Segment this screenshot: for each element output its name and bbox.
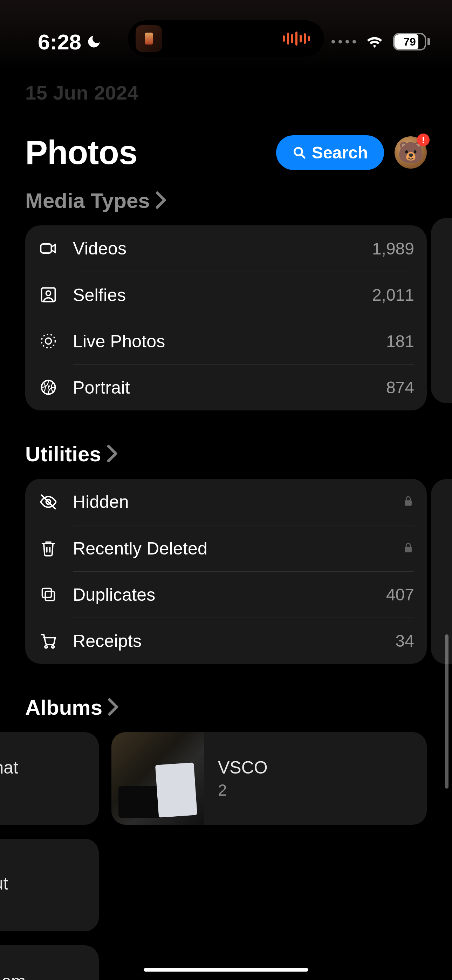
svg-rect-2 xyxy=(41,244,51,253)
row-selfies[interactable]: Selfies 2,011 xyxy=(38,272,414,318)
duplicate-icon xyxy=(38,585,59,604)
section-header-utilities[interactable]: Utilities xyxy=(0,442,452,479)
row-label: Receipts xyxy=(73,631,142,651)
row-count: 1,989 xyxy=(372,239,414,258)
svg-rect-11 xyxy=(405,500,412,506)
focus-moon-icon xyxy=(86,34,102,49)
lock-icon xyxy=(402,494,414,510)
row-label: Duplicates xyxy=(73,585,155,605)
trash-icon xyxy=(38,539,59,557)
utilities-next-card-peek[interactable] xyxy=(431,479,452,664)
search-button-label: Search xyxy=(312,143,368,162)
profile-avatar[interactable]: 🐻 ! xyxy=(395,136,427,169)
row-label: Hidden xyxy=(73,492,129,512)
row-portrait[interactable]: f Portrait 874 xyxy=(38,364,414,410)
audio-waveform-icon xyxy=(283,32,310,46)
section-title: Media Types xyxy=(25,189,150,213)
row-count: 407 xyxy=(386,585,414,604)
battery-indicator: 79 xyxy=(393,33,430,51)
svg-rect-13 xyxy=(45,591,54,600)
row-duplicates[interactable]: Duplicates 407 xyxy=(38,571,414,617)
svg-rect-12 xyxy=(405,547,412,552)
dynamic-island-now-playing[interactable] xyxy=(128,20,324,57)
row-count: 181 xyxy=(386,332,414,351)
page-title: Photos xyxy=(25,133,137,172)
section-header-albums[interactable]: Albums xyxy=(0,695,452,732)
album-item[interactable]: apCut xyxy=(0,839,99,931)
svg-rect-14 xyxy=(42,589,51,598)
row-label: Videos xyxy=(73,238,126,259)
row-videos[interactable]: Videos 1,989 xyxy=(38,225,414,272)
album-item[interactable]: napchat 35 xyxy=(0,732,99,825)
section-title: Utilities xyxy=(25,442,101,466)
row-count: 34 xyxy=(396,631,414,651)
row-live-photos[interactable]: Live Photos 181 xyxy=(38,318,414,364)
search-button[interactable]: Search xyxy=(276,135,384,170)
cart-icon xyxy=(38,632,59,650)
row-label: Live Photos xyxy=(73,331,165,352)
row-label: Selfies xyxy=(73,285,126,305)
chevron-right-icon xyxy=(155,191,167,211)
media-types-next-card-peek[interactable] xyxy=(431,218,452,403)
chevron-right-icon xyxy=(106,444,118,464)
svg-line-1 xyxy=(301,154,304,158)
svg-rect-3 xyxy=(42,288,56,302)
row-label: Portrait xyxy=(73,377,130,398)
album-count: 35 xyxy=(0,781,88,800)
page-dots-icon xyxy=(331,40,356,43)
eye-slash-icon xyxy=(38,493,59,511)
portrait-aperture-icon: f xyxy=(38,378,59,396)
album-item[interactable]: VSCO 2 xyxy=(111,732,427,825)
search-icon xyxy=(292,145,306,159)
album-title: arkroom xyxy=(0,971,88,980)
svg-point-5 xyxy=(45,338,51,344)
row-count: 874 xyxy=(386,378,414,397)
live-photo-icon xyxy=(38,332,59,350)
video-icon xyxy=(38,239,59,258)
section-header-media-types[interactable]: Media Types xyxy=(0,189,452,225)
utilities-card: Hidden Recently Deleted Duplicates xyxy=(25,479,427,664)
chevron-right-icon xyxy=(107,698,119,718)
album-title: napchat xyxy=(0,757,88,778)
media-types-card: Videos 1,989 Selfies 2,011 Live Photos xyxy=(25,225,427,410)
row-count: 2,011 xyxy=(372,285,414,305)
wifi-icon xyxy=(365,32,384,52)
album-title: apCut xyxy=(0,873,88,894)
row-hidden[interactable]: Hidden xyxy=(38,479,414,525)
row-label: Recently Deleted xyxy=(73,538,207,559)
row-recently-deleted[interactable]: Recently Deleted xyxy=(38,525,414,571)
now-playing-artwork xyxy=(135,25,162,52)
lock-icon xyxy=(402,541,414,557)
status-bar: 6:28 79 xyxy=(0,0,452,63)
svg-point-6 xyxy=(42,334,56,348)
svg-text:f: f xyxy=(47,383,50,392)
status-clock: 6:28 xyxy=(38,29,81,54)
selfie-icon xyxy=(38,286,59,304)
album-item[interactable]: arkroom xyxy=(0,945,99,980)
battery-percent-label: 79 xyxy=(395,34,425,49)
album-title: VSCO xyxy=(218,757,344,778)
svg-point-16 xyxy=(52,646,54,648)
svg-point-15 xyxy=(45,646,47,648)
album-thumbnail xyxy=(111,732,204,825)
svg-point-4 xyxy=(46,291,51,296)
section-title: Albums xyxy=(25,695,102,719)
avatar-alert-badge: ! xyxy=(417,134,430,146)
row-receipts[interactable]: Receipts 34 xyxy=(38,617,414,664)
album-count: 2 xyxy=(218,781,344,800)
